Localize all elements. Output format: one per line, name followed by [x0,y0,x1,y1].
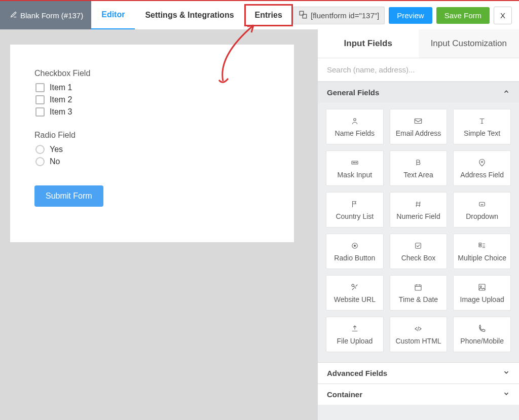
field-card-address-field[interactable]: Address Field [453,150,511,186]
svg-point-5 [353,162,354,163]
checkbox-icon[interactable] [35,107,45,117]
field-card-check-box[interactable]: Check Box [390,234,448,269]
field-card-label: Image Upload [460,295,504,303]
field-card-name-fields[interactable]: Name Fields [326,109,384,144]
field-card-phone-mobile[interactable]: Phone/Mobile [453,317,511,352]
section-general-fields[interactable]: General Fields [318,82,519,103]
checkbox-icon[interactable] [35,83,45,92]
radio-icon[interactable] [35,157,45,166]
image-icon [477,282,487,292]
checkbox-field-block[interactable]: Checkbox Field Item 1 Item 2 Item 3 [34,69,270,117]
link-icon [350,282,360,292]
field-card-simple-text[interactable]: Simple Text [453,109,511,144]
radio-option[interactable]: No [34,157,270,166]
radio-field-block[interactable]: Radio Field Yes No [34,131,270,166]
radio-field-label: Radio Field [34,131,270,140]
field-card-email-address[interactable]: Email Address [390,109,448,144]
shortcode-icon [299,10,308,21]
list-icon [477,241,487,251]
calendar-icon [413,282,423,292]
checkbox-field-label: Checkbox Field [34,69,270,78]
svg-point-6 [354,162,355,163]
tab-input-fields[interactable]: Input Fields [318,29,419,58]
field-card-website-url[interactable]: Website URL [326,275,384,311]
field-card-label: Multiple Choice [458,254,506,262]
field-card-label: File Upload [337,337,373,345]
section-title: Container [327,390,362,399]
location-icon [477,158,487,168]
svg-rect-16 [415,285,421,291]
section-title: Advanced Fields [327,369,387,377]
field-card-dropdown[interactable]: Dropdown [453,192,511,227]
tab-editor[interactable]: Editor [91,1,135,29]
text-icon [477,116,487,126]
radio-icon[interactable] [35,145,45,154]
checkbox-option[interactable]: Item 3 [34,107,270,117]
shortcode-display[interactable]: [fluentform id="137"] [293,7,385,24]
field-card-label: Country List [336,212,374,220]
form-canvas[interactable]: Checkbox Field Item 1 Item 2 Item 3 Radi… [10,45,294,242]
chevron-down-icon [503,390,510,399]
svg-rect-13 [479,243,481,245]
checkbox-option-label: Item 2 [50,95,72,104]
field-card-label: Website URL [334,295,376,303]
tab-entries[interactable]: Entries [244,4,293,26]
field-card-custom-html[interactable]: Custom HTML [390,317,448,352]
tab-settings-integrations[interactable]: Settings & Integrations [135,1,244,29]
field-card-text-area[interactable]: Text Area [390,150,448,186]
svg-rect-9 [479,202,485,206]
field-card-label: Address Field [460,171,504,179]
hash-icon [413,199,423,209]
shortcode-text: [fluentform id="137"] [311,11,379,20]
field-card-country-list[interactable]: Country List [326,192,384,227]
field-card-label: Check Box [401,254,436,262]
radio-icon [350,241,360,251]
form-title-text: Blank Form (#137) [20,11,83,20]
checkbox-option[interactable]: Item 1 [34,83,270,92]
field-card-image-upload[interactable]: Image Upload [453,275,511,311]
svg-rect-17 [479,284,485,290]
pencil-icon [10,11,17,20]
field-card-multiple-choice[interactable]: Multiple Choice [453,234,511,269]
save-form-button[interactable]: Save Form [436,7,490,24]
form-title[interactable]: Blank Form (#137) [0,1,91,29]
checkbox-option[interactable]: Item 2 [34,95,270,104]
svg-point-11 [354,245,355,247]
field-card-radio-button[interactable]: Radio Button [326,234,384,269]
field-card-label: Email Address [396,129,441,137]
submit-button[interactable]: Submit Form [34,185,103,207]
field-card-label: Mask Input [338,171,372,179]
checkbox-icon [413,241,423,251]
section-advanced-fields[interactable]: Advanced Fields [318,362,519,384]
checkbox-option-label: Item 3 [50,107,72,117]
close-button[interactable]: X [494,7,512,24]
svg-point-7 [356,162,357,163]
field-card-label: Radio Button [334,254,375,262]
svg-rect-14 [479,245,481,247]
field-card-label: Text Area [403,171,433,179]
radio-option-label: No [50,157,60,166]
flag-icon [350,199,360,209]
field-card-label: Simple Text [464,129,500,137]
svg-point-18 [480,286,481,287]
chevron-down-icon [503,369,510,377]
preview-button[interactable]: Preview [389,7,432,24]
dropdown-icon [477,199,487,209]
field-card-file-upload[interactable]: File Upload [326,317,384,352]
field-card-label: Custom HTML [395,337,441,345]
radio-option[interactable]: Yes [34,145,270,154]
checkbox-icon[interactable] [35,95,45,104]
section-container[interactable]: Container [318,384,519,405]
svg-rect-3 [415,119,422,124]
tab-input-customization[interactable]: Input Customization [419,29,520,58]
svg-point-2 [354,119,356,121]
field-card-label: Numeric Field [396,212,440,220]
field-card-mask-input[interactable]: Mask Input [326,150,384,186]
checkbox-option-label: Item 1 [50,83,72,92]
phone-icon [477,324,487,334]
field-card-label: Name Fields [335,129,375,137]
field-card-time-date[interactable]: Time & Date [390,275,448,311]
code-icon [413,324,423,334]
field-card-numeric-field[interactable]: Numeric Field [390,192,448,227]
search-input[interactable] [318,58,519,82]
